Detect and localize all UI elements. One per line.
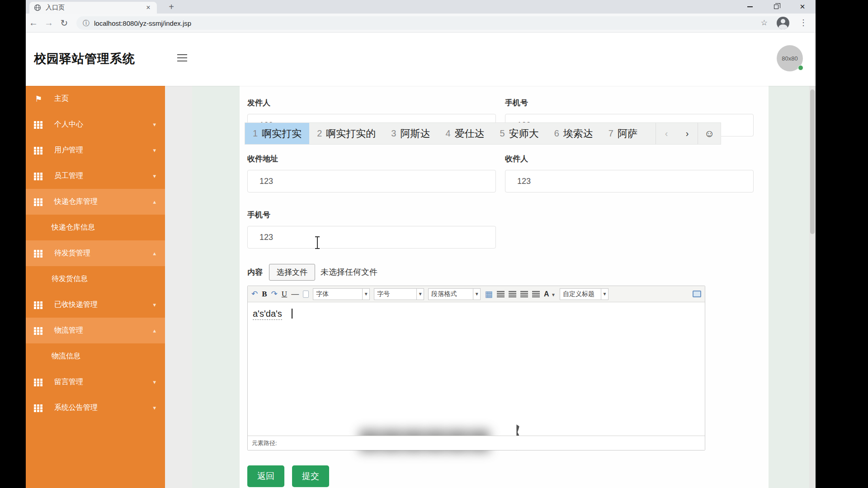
sidebar-item-logistics-management[interactable]: 物流管理 ▴ [26, 318, 165, 343]
address-bar[interactable]: ⓘ localhost:8080/yz-ssmj/index.jsp [76, 16, 787, 30]
chevron-down-icon: ▾ [153, 379, 156, 385]
ime-candidate[interactable]: 1啊实打实 [245, 123, 309, 144]
browser-window: 入口页 × + ✕ ← → ↻ ⓘ localhost:8080/yz-ssmj… [26, 0, 816, 488]
sidebar-item-pending-shipment-info[interactable]: 待发货信息 [26, 266, 165, 292]
bold-icon[interactable]: B [262, 290, 267, 299]
sidebar-item-personal-center[interactable]: 个人中心 ▾ [26, 112, 165, 137]
ime-candidate[interactable]: 4爱仕达 [438, 123, 492, 144]
editor-toolbar: ↶ B ↷ U — 字体 ▼ 字号 ▼ [248, 286, 705, 302]
sidebar-item-message-management[interactable]: 留言管理 ▾ [26, 369, 165, 395]
sidebar-item-pending-shipment-management[interactable]: 待发货管理 ▴ [26, 240, 165, 266]
phone2-input[interactable] [247, 226, 496, 249]
sidebar-item-user-management[interactable]: 用户管理 ▾ [26, 137, 165, 163]
new-page-icon[interactable] [303, 291, 309, 298]
bookmark-star-icon[interactable]: ☆ [761, 18, 768, 28]
hamburger-menu-icon[interactable] [177, 54, 187, 61]
align-left-icon[interactable] [497, 291, 505, 297]
sidebar-item-warehouse-info[interactable]: 快递仓库信息 [26, 215, 165, 240]
ime-emoji-icon[interactable]: ☺ [698, 128, 721, 140]
submit-button[interactable]: 提交 [292, 465, 329, 487]
chevron-down-icon: ▼ [363, 288, 370, 300]
sidebar-item-home[interactable]: ⚑ 主页 [26, 86, 165, 112]
sidebar-item-warehouse-management[interactable]: 快递仓库管理 ▴ [26, 189, 165, 215]
element-path-bar: 元素路径: [248, 436, 705, 450]
flag-icon: ⚑ [35, 94, 42, 104]
font-color-select[interactable]: A ▼ [544, 290, 556, 298]
grid-icon [34, 173, 36, 175]
receiver-label: 收件人 [505, 154, 528, 164]
forward-icon[interactable]: → [41, 18, 57, 28]
tab-strip: 入口页 × + ✕ [26, 0, 816, 14]
grid-icon [34, 121, 36, 123]
font-family-select[interactable]: 字体 ▼ [313, 288, 370, 300]
hr-icon[interactable]: — [291, 290, 299, 299]
close-button[interactable]: ✕ [789, 0, 816, 14]
grid-icon [34, 379, 36, 381]
file-status-text: 未选择任何文件 [321, 267, 377, 277]
back-icon[interactable]: ← [26, 18, 41, 28]
browser-profile-icon[interactable] [777, 17, 789, 29]
grid-icon [34, 147, 36, 149]
grid-icon [34, 327, 36, 329]
ime-navigation: ‹ › ☺ [656, 123, 721, 144]
ime-candidate[interactable]: 5安师大 [492, 123, 547, 144]
avatar[interactable]: 80x80 [777, 45, 803, 71]
browser-menu-icon[interactable]: ⋮ [799, 18, 807, 28]
content-label: 内容 [247, 267, 263, 277]
grid-icon [34, 404, 36, 407]
choose-file-button[interactable]: 选择文件 [269, 264, 315, 281]
justify-icon[interactable] [532, 291, 540, 297]
back-button[interactable]: 返回 [247, 465, 284, 487]
reload-icon[interactable]: ↻ [57, 18, 72, 28]
ime-candidate-bar: 1啊实打实 2啊实打实的 3阿斯达 4爱仕达 5安师大 6埃 [245, 122, 721, 145]
tab-title: 入口页 [46, 4, 144, 12]
chevron-down-icon: ▾ [153, 173, 156, 179]
address-label: 收件地址 [247, 154, 278, 164]
redo-icon[interactable]: ↷ [271, 289, 278, 299]
ime-candidate[interactable]: 3阿斯达 [383, 123, 438, 144]
tab-close-icon[interactable]: × [144, 4, 152, 12]
text-caret [292, 309, 292, 319]
sidebar-item-announcement-management[interactable]: 系统公告管理 ▾ [26, 395, 165, 421]
ime-candidate[interactable]: 7阿萨 [601, 123, 645, 144]
grid-icon [34, 301, 36, 304]
new-tab-button[interactable]: + [165, 1, 178, 13]
globe-icon [34, 4, 41, 11]
info-icon[interactable]: ⓘ [83, 19, 90, 28]
editor-body[interactable]: a's'da's ▆▆▆▆▆▆ [248, 302, 705, 436]
chevron-down-icon: ▾ [153, 404, 156, 411]
paragraph-format-select[interactable]: 段落格式 ▼ [428, 288, 481, 300]
grid-icon [34, 198, 36, 201]
custom-title-select[interactable]: 自定义标题 ▼ [560, 288, 609, 300]
sender-label: 发件人 [247, 98, 270, 108]
underline-icon[interactable]: U [282, 290, 287, 299]
grid-icon [34, 250, 36, 252]
sidebar-item-employee-management[interactable]: 员工管理 ▾ [26, 163, 165, 189]
chevron-up-icon: ▴ [153, 250, 156, 257]
form-buttons: 返回 提交 [247, 465, 329, 487]
ime-next-icon[interactable]: › [677, 128, 698, 139]
undo-icon[interactable]: ↶ [251, 289, 258, 299]
chevron-down-icon: ▾ [153, 121, 156, 128]
ime-candidate[interactable]: 2啊实打实的 [309, 123, 383, 144]
sidebar-item-received-express-management[interactable]: 已收快递管理 ▾ [26, 292, 165, 318]
restore-button[interactable] [763, 0, 789, 14]
sidebar-item-logistics-info[interactable]: 物流信息 [26, 343, 165, 369]
ime-prev-icon[interactable]: ‹ [656, 128, 677, 139]
page-scrollbar[interactable] [809, 86, 816, 488]
window-controls: ✕ [737, 0, 816, 14]
font-size-select[interactable]: 字号 ▼ [374, 288, 424, 300]
align-center-icon[interactable] [520, 291, 528, 297]
browser-tab[interactable]: 入口页 × [29, 2, 157, 14]
chevron-down-icon: ▼ [473, 288, 481, 300]
insert-table-icon[interactable]: ▦ [485, 289, 493, 299]
receiver-input[interactable] [505, 170, 754, 192]
minimize-button[interactable] [737, 0, 763, 14]
fullscreen-icon[interactable] [693, 291, 701, 297]
address-input[interactable] [247, 170, 496, 192]
chevron-up-icon: ▴ [153, 198, 156, 205]
ime-candidate[interactable]: 6埃索达 [547, 123, 601, 144]
url-text: localhost:8080/yz-ssmj/index.jsp [94, 19, 191, 27]
align-right-icon[interactable] [509, 291, 516, 297]
scrollbar-thumb[interactable] [810, 89, 815, 234]
